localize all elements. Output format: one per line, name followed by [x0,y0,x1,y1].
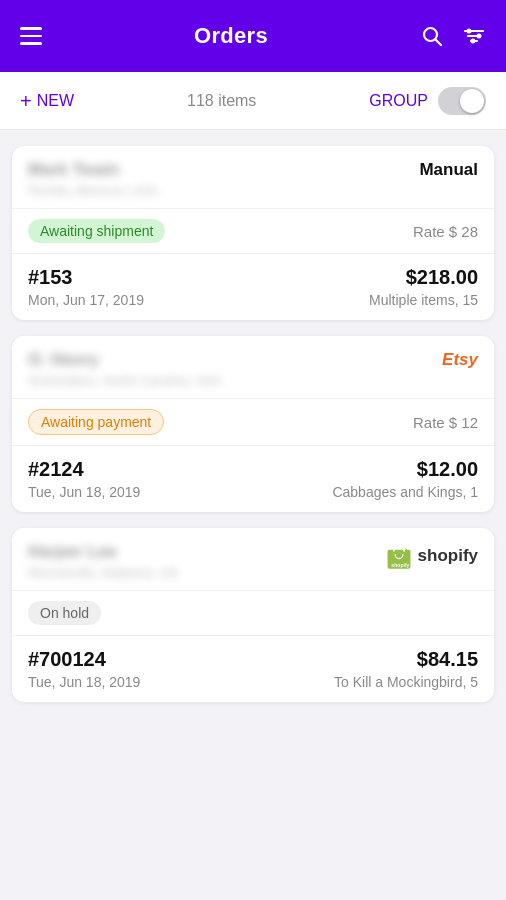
customer-address: Florida, Missouri, USA [28,183,419,198]
card-top: Mark Twain Florida, Missouri, USA Manual [12,146,494,209]
order-items: To Kill a Mockingbird, 5 [334,674,478,690]
svg-point-7 [470,39,475,44]
customer-address: Greensboro, North Carolina, USA [28,373,442,388]
source-label-shopify: shopify shopify [386,542,478,570]
svg-point-6 [476,34,481,39]
plus-icon: + [20,91,32,111]
source-label: Manual [419,160,478,180]
order-card[interactable]: Harper Lee Monroeville, Alabama, US shop… [12,528,494,702]
order-card[interactable]: O. Henry Greensboro, North Carolina, USA… [12,336,494,512]
customer-info: O. Henry Greensboro, North Carolina, USA [28,350,442,388]
rate-info: Rate $ 12 [413,414,478,431]
order-number: #153 [28,266,144,289]
order-left: #2124 Tue, Jun 18, 2019 [28,458,140,500]
app-header: Orders [0,0,506,72]
order-card[interactable]: Mark Twain Florida, Missouri, USA Manual… [12,146,494,320]
order-items: Cabbages and Kings, 1 [332,484,478,500]
svg-line-1 [435,40,441,46]
order-left: #153 Mon, Jun 17, 2019 [28,266,144,308]
card-status: Awaiting shipment Rate $ 28 [12,209,494,254]
shopify-text: shopify [418,546,478,566]
source-label-etsy: Etsy [442,350,478,370]
toggle-knob [460,89,484,113]
shopify-bag-icon: shopify [386,542,412,570]
customer-name: Mark Twain [28,160,419,180]
order-number: #700124 [28,648,140,671]
order-amount-block: $218.00 Multiple items, 15 [369,266,478,308]
filter-icon[interactable] [462,24,486,48]
order-amount: $84.15 [334,648,478,671]
status-badge: On hold [28,601,101,625]
group-toggle[interactable] [438,87,486,115]
card-status: On hold [12,591,494,636]
page-title: Orders [194,23,268,49]
order-date: Tue, Jun 18, 2019 [28,484,140,500]
order-amount-block: $84.15 To Kill a Mockingbird, 5 [334,648,478,690]
order-left: #700124 Tue, Jun 18, 2019 [28,648,140,690]
order-date: Mon, Jun 17, 2019 [28,292,144,308]
card-bottom: #700124 Tue, Jun 18, 2019 $84.15 To Kill… [12,636,494,702]
customer-name: O. Henry [28,350,442,370]
order-items: Multiple items, 15 [369,292,478,308]
order-date: Tue, Jun 18, 2019 [28,674,140,690]
svg-point-5 [466,29,471,34]
group-control: GROUP [369,87,486,115]
group-label[interactable]: GROUP [369,92,428,110]
card-status: Awaiting payment Rate $ 12 [12,399,494,446]
order-amount: $218.00 [369,266,478,289]
order-amount: $12.00 [332,458,478,481]
new-button[interactable]: + NEW [20,91,74,111]
item-count: 118 items [74,92,369,110]
status-badge: Awaiting payment [28,409,164,435]
card-top: O. Henry Greensboro, North Carolina, USA… [12,336,494,399]
toolbar: + NEW 118 items GROUP [0,72,506,130]
order-number: #2124 [28,458,140,481]
customer-info: Mark Twain Florida, Missouri, USA [28,160,419,198]
status-badge: Awaiting shipment [28,219,165,243]
customer-name: Harper Lee [28,542,386,562]
customer-info: Harper Lee Monroeville, Alabama, US [28,542,386,580]
order-amount-block: $12.00 Cabbages and Kings, 1 [332,458,478,500]
search-icon[interactable] [420,24,444,48]
hamburger-icon[interactable] [20,27,42,45]
customer-address: Monroeville, Alabama, US [28,565,386,580]
card-bottom: #153 Mon, Jun 17, 2019 $218.00 Multiple … [12,254,494,320]
new-label: NEW [37,92,74,110]
card-bottom: #2124 Tue, Jun 18, 2019 $12.00 Cabbages … [12,446,494,512]
svg-text:shopify: shopify [391,562,409,568]
orders-list: Mark Twain Florida, Missouri, USA Manual… [0,130,506,718]
header-actions [420,24,486,48]
card-top: Harper Lee Monroeville, Alabama, US shop… [12,528,494,591]
rate-info: Rate $ 28 [413,223,478,240]
